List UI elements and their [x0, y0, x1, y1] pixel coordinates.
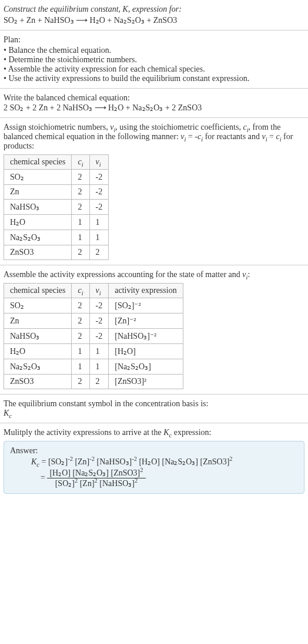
table-row: NaHSO₃2-2 [4, 200, 109, 215]
table-row: SO₂2-2 [4, 170, 109, 185]
plan-item: Assemble the activity expression for eac… [4, 65, 304, 74]
activity-text: Assemble the activity expressions accoun… [4, 270, 304, 279]
assign-text: Assign stoichiometric numbers, νi, using… [4, 123, 304, 151]
col-ci: ci [72, 155, 89, 170]
col-species: chemical species [4, 284, 72, 298]
col-vi: νi [89, 155, 109, 170]
fraction: [H₂O] [Na₂S₂O₃] [ZnSO3]2 [SO₂]2 [Zn]2 [N… [47, 468, 145, 488]
table-row: ZnSO322 [4, 245, 109, 260]
plan-title: Plan: [4, 35, 304, 45]
col-vi: νi [89, 284, 109, 298]
multiply-section: Mulitply the activity expressions to arr… [0, 423, 308, 498]
table-row: Zn2-2 [4, 185, 109, 200]
table-row: H₂O11 [4, 215, 109, 230]
table-row: Na₂S₂O₃11[Na₂S₂O₃] [4, 359, 183, 375]
table-header-row: chemical species ci νi [4, 155, 109, 170]
plan-list: Balance the chemical equation. Determine… [4, 46, 304, 83]
answer-label: Answer: [10, 446, 298, 456]
table-row: NaHSO₃2-2[NaHSO₃]⁻² [4, 329, 183, 344]
balanced-section: Write the balanced chemical equation: 2 … [0, 89, 308, 118]
col-species: chemical species [4, 155, 72, 170]
col-activity: activity expression [109, 284, 183, 298]
fraction-denominator: [SO₂]2 [Zn]2 [NaHSO₃]2 [47, 478, 145, 488]
symbol-section: The equilibrium constant symbol in the c… [0, 395, 308, 423]
header-section: Construct the equilibrium constant, K, e… [0, 0, 308, 31]
prompt-text: Construct the equilibrium constant, K, e… [4, 5, 304, 14]
activity-table: chemical species ci νi activity expressi… [4, 283, 183, 389]
table-row: SO₂2-2[SO₂]⁻² [4, 298, 183, 313]
multiply-text: Mulitply the activity expressions to arr… [4, 428, 304, 437]
activity-section: Assemble the activity expressions accoun… [0, 265, 308, 395]
answer-box: Answer: Kc = [SO₂]-2 [Zn]-2 [NaHSO₃]-2 [… [4, 441, 304, 494]
equals-sign: = [41, 473, 45, 482]
col-ci: ci [72, 284, 89, 298]
table-row: Na₂S₂O₃11 [4, 230, 109, 245]
plan-item: Balance the chemical equation. [4, 46, 304, 55]
plan-item: Determine the stoichiometric numbers. [4, 55, 304, 65]
plan-item: Use the activity expressions to build th… [4, 74, 304, 83]
table-row: ZnSO322[ZnSO3]² [4, 375, 183, 389]
answer-line1: Kc = [SO₂]-2 [Zn]-2 [NaHSO₃]-2 [H₂O] [Na… [31, 457, 298, 467]
symbol-text: The equilibrium constant symbol in the c… [4, 399, 304, 409]
balanced-intro: Write the balanced chemical equation: [4, 93, 304, 103]
symbol-value: Kc [4, 409, 304, 418]
table-row: Zn2-2[Zn]⁻² [4, 313, 183, 329]
unbalanced-equation: SO₂ + Zn + NaHSO₃ ⟶ H₂O + Na₂S₂O₃ + ZnSO… [4, 15, 304, 25]
assign-section: Assign stoichiometric numbers, νi, using… [0, 118, 308, 265]
plan-section: Plan: Balance the chemical equation. Det… [0, 31, 308, 89]
fraction-numerator: [H₂O] [Na₂S₂O₃] [ZnSO3]2 [47, 468, 145, 478]
balanced-equation: 2 SO₂ + 2 Zn + 2 NaHSO₃ ⟶ H₂O + Na₂S₂O₃ … [4, 103, 304, 113]
answer-line2: = [H₂O] [Na₂S₂O₃] [ZnSO3]2 [SO₂]2 [Zn]2 … [41, 468, 298, 488]
table-row: H₂O11[H₂O] [4, 344, 183, 359]
table-header-row: chemical species ci νi activity expressi… [4, 284, 183, 298]
stoich-table: chemical species ci νi SO₂2-2 Zn2-2 NaHS… [4, 154, 109, 260]
